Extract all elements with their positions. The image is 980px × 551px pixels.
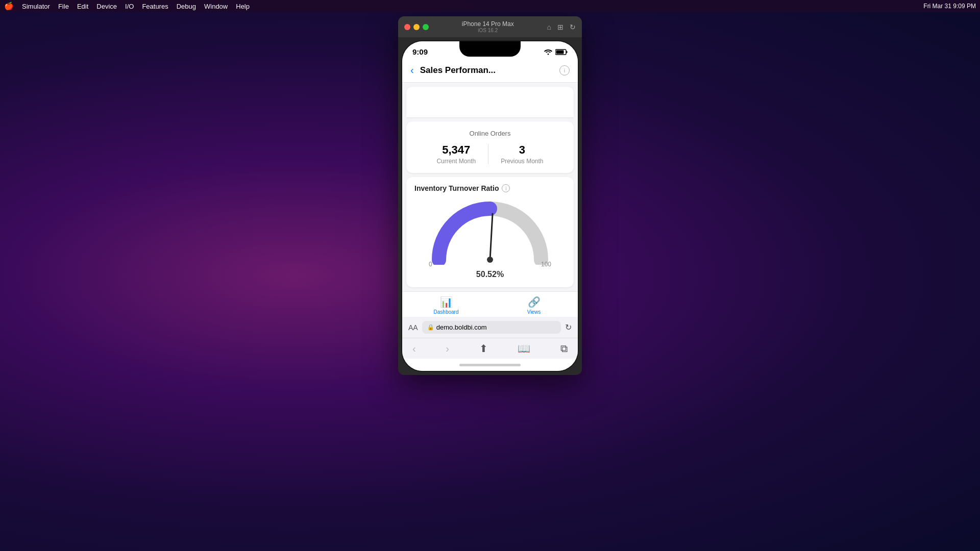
iphone-body: 9:09 ‹ Sales Performan... i — [402, 41, 578, 371]
app-header: ‹ Sales Performan... i — [402, 58, 578, 83]
menu-io[interactable]: I/O — [125, 3, 134, 10]
inventory-turnover-card: Inventory Turnover Ratio i — [406, 177, 574, 287]
metric-divider — [488, 144, 488, 164]
menu-help[interactable]: Help — [236, 3, 250, 10]
current-month-metric: 5,347 Current Month — [436, 143, 476, 165]
menubar-right: Fri Mar 31 9:09 PM — [923, 3, 976, 10]
gauge-max-label: 100 — [541, 261, 551, 268]
minimize-button[interactable] — [413, 24, 420, 30]
status-bar: 9:09 — [402, 41, 578, 58]
home-indicator — [402, 359, 578, 371]
menu-window[interactable]: Window — [204, 3, 228, 10]
back-button[interactable]: ‹ — [410, 64, 414, 76]
previous-month-label: Previous Month — [501, 158, 543, 165]
sim-screen-icon[interactable]: ⊞ — [557, 23, 564, 31]
sim-toolbar: ⌂ ⊞ ↻ — [547, 23, 576, 31]
traffic-lights — [404, 24, 429, 30]
previous-month-value: 3 — [501, 143, 543, 157]
previous-month-metric: 3 Previous Month — [501, 143, 543, 165]
battery-icon — [555, 49, 568, 55]
sim-rotate-icon[interactable]: ↻ — [570, 23, 576, 31]
nav-bookmarks-button[interactable]: 📖 — [518, 342, 530, 355]
close-button[interactable] — [404, 24, 410, 30]
gauge-min-label: 0 — [429, 261, 432, 268]
simulator-title: iPhone 14 Pro Max iOS 16.2 — [429, 20, 547, 33]
menu-file[interactable]: File — [58, 3, 69, 10]
inventory-title: Inventory Turnover Ratio — [414, 184, 499, 192]
scroll-content: Online Orders 5,347 Current Month 3 Prev… — [402, 83, 578, 291]
menu-features[interactable]: Features — [142, 3, 168, 10]
online-orders-label: Online Orders — [414, 130, 566, 137]
partial-card — [406, 87, 574, 117]
views-label: Views — [527, 309, 541, 315]
browser-nav: ‹ › ⬆ 📖 ⧉ — [402, 338, 578, 359]
nav-tabs-button[interactable]: ⧉ — [560, 343, 568, 355]
status-time: 9:09 — [412, 47, 428, 56]
gauge-value-display: 50.52% — [476, 270, 504, 279]
current-month-label: Current Month — [436, 158, 476, 165]
header-info-icon[interactable]: i — [559, 65, 570, 76]
browser-aa-button[interactable]: AA — [408, 323, 418, 332]
nav-share-button[interactable]: ⬆ — [479, 342, 488, 355]
menubar-datetime: Fri Mar 31 9:09 PM — [923, 3, 976, 10]
gauge-labels: 0 100 — [429, 261, 551, 268]
menu-simulator[interactable]: Simulator — [22, 3, 50, 10]
card-title-row: Inventory Turnover Ratio i — [414, 184, 566, 192]
browser-bar: AA 🔒 demo.boldbi.com ↻ — [402, 317, 578, 338]
bottom-tabbar: 📊 Dashboard 🔗 Views — [402, 291, 578, 317]
nav-forward-button[interactable]: › — [446, 343, 449, 355]
simulator-window: iPhone 14 Pro Max iOS 16.2 ⌂ ⊞ ↻ 9:09 — [398, 16, 582, 375]
lock-icon: 🔒 — [427, 324, 434, 331]
tab-views[interactable]: 🔗 Views — [490, 296, 578, 315]
status-icons — [544, 49, 568, 55]
nav-back-button[interactable]: ‹ — [412, 343, 416, 355]
reload-button[interactable]: ↻ — [565, 322, 572, 332]
menu-device[interactable]: Device — [96, 3, 117, 10]
url-text: demo.boldbi.com — [436, 323, 487, 331]
svg-rect-1 — [556, 50, 564, 54]
wifi-icon — [544, 49, 552, 55]
svg-rect-2 — [567, 51, 568, 53]
browser-url-box[interactable]: 🔒 demo.boldbi.com — [422, 321, 561, 334]
gauge-chart — [429, 198, 551, 265]
menubar-left: 🍎 Simulator File Edit Device I/O Feature… — [4, 2, 250, 11]
views-icon: 🔗 — [528, 296, 541, 308]
current-month-value: 5,347 — [436, 143, 476, 157]
dashboard-icon: 📊 — [440, 296, 453, 308]
svg-line-3 — [490, 214, 493, 260]
app-title: Sales Performan... — [420, 65, 553, 76]
menu-debug[interactable]: Debug — [177, 3, 196, 10]
menu-edit[interactable]: Edit — [77, 3, 88, 10]
dynamic-island — [459, 41, 521, 57]
inventory-info-icon[interactable]: i — [502, 184, 510, 192]
metrics-row: 5,347 Current Month 3 Previous Month — [414, 143, 566, 165]
sim-titlebar: iPhone 14 Pro Max iOS 16.2 ⌂ ⊞ ↻ — [398, 16, 582, 37]
maximize-button[interactable] — [423, 24, 429, 30]
home-bar — [459, 364, 521, 366]
sim-home-icon[interactable]: ⌂ — [547, 23, 551, 31]
apple-menu[interactable]: 🍎 — [4, 2, 14, 11]
gauge-container: 0 100 50.52% — [414, 198, 566, 279]
online-orders-card: Online Orders 5,347 Current Month 3 Prev… — [406, 121, 574, 173]
menubar: 🍎 Simulator File Edit Device I/O Feature… — [0, 0, 980, 12]
dashboard-label: Dashboard — [434, 309, 459, 315]
tab-dashboard[interactable]: 📊 Dashboard — [402, 296, 490, 315]
